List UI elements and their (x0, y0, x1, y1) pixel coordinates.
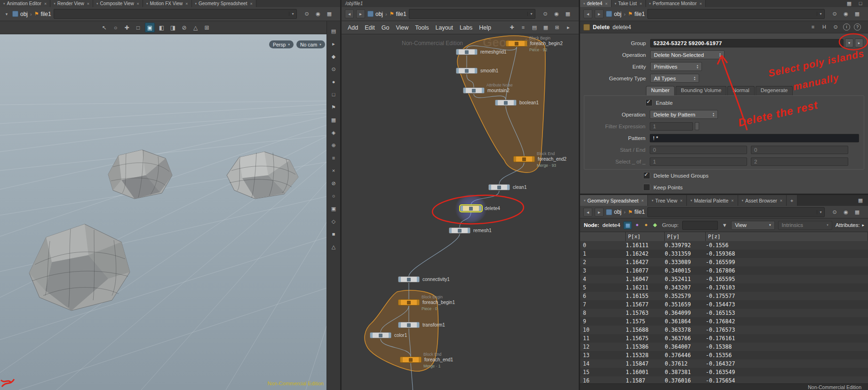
pane-tab-render-view[interactable]: ▾Render View× (50, 0, 93, 7)
follow-selection-icon[interactable]: ◉ (553, 10, 560, 17)
tab-degenerate[interactable]: Degenerate (756, 86, 793, 95)
pane-layout-icon[interactable]: ▤ (330, 28, 337, 35)
select-visible-icon[interactable]: □ (134, 23, 143, 32)
path-combo[interactable]: ▾ (647, 207, 825, 217)
enable-checkbox[interactable] (645, 99, 653, 106)
chevron-down-icon[interactable]: ▾ (527, 12, 535, 16)
customize-toolbar-icon[interactable]: ✚ (508, 24, 516, 31)
new-tab-icon[interactable]: ⊞ (553, 24, 561, 31)
grid-display-icon[interactable]: ▦ (330, 117, 337, 124)
parm-settings-icon[interactable]: ≡ (809, 23, 817, 31)
network-node-color1[interactable]: color1 (370, 332, 391, 338)
network-node-smooth1[interactable]: smooth1 (456, 68, 478, 74)
px-header[interactable]: P[x] (626, 232, 665, 241)
pivot-icon[interactable]: ● (330, 78, 337, 86)
forward-button[interactable]: ▸ (595, 9, 604, 18)
table-row[interactable]: 111.156750.363766-0.176161 (580, 334, 868, 343)
pin-icon[interactable]: ⊙ (303, 10, 311, 17)
maximize-pane-icon[interactable]: □ (857, 0, 864, 7)
table-row[interactable]: 71.156770.351659-0.154473 (580, 300, 868, 309)
table-row[interactable]: 31.160770.340015-0.167806 (580, 266, 868, 275)
path-combo[interactable]: ▾ (54, 9, 297, 19)
forward-button[interactable]: ▸ (356, 9, 365, 18)
pane-tab-geometry-spreadsheet[interactable]: ▾Geometry Spreadsheet× (580, 195, 648, 206)
pattern-operation-select[interactable]: Delete by Pattern▴▾ (650, 110, 718, 119)
entity-select[interactable]: Primitives▴▾ (650, 62, 702, 71)
menu-help[interactable]: Help (476, 24, 494, 31)
split-pane-icon[interactable]: ▦ (845, 0, 853, 7)
close-tab-icon[interactable]: × (700, 1, 702, 6)
select-connected-icon[interactable]: ◨ (168, 23, 177, 32)
lasso-select-icon[interactable]: ○ (111, 23, 120, 32)
point-display-icon[interactable]: ○ (330, 193, 337, 200)
shade-display-icon[interactable]: ■ (330, 231, 337, 238)
back-button[interactable]: ◂ (345, 9, 354, 18)
close-tab-icon[interactable]: × (780, 198, 782, 203)
follow-selection-icon[interactable]: ◉ (842, 209, 850, 216)
node-name-field[interactable]: delete4 (613, 24, 803, 31)
follow-selection-icon[interactable]: ◉ (314, 10, 322, 17)
detail-toggle-icon[interactable]: ◆ (651, 221, 659, 228)
flag-icon[interactable]: ⚑ (330, 104, 337, 111)
close-tab-icon[interactable]: × (680, 198, 683, 203)
attributes-button[interactable]: Attributes:▸ (836, 222, 864, 228)
select-fully-contained-icon[interactable]: ▣ (145, 23, 155, 32)
network-node-boolean1[interactable]: boolean1 (495, 100, 517, 106)
forward-button[interactable]: ▸ (595, 208, 604, 217)
breadcrumb-obj[interactable]: obj (12, 11, 28, 17)
expand-pane-icon[interactable]: ▸ (565, 24, 572, 31)
group-filter-input[interactable] (682, 221, 718, 230)
breadcrumb-file1[interactable]: ⚑file1 (390, 11, 406, 17)
tab-bounding-volume[interactable]: Bounding Volume (676, 86, 726, 95)
group-funnel-icon[interactable]: ▼ (721, 222, 728, 229)
secure-selection-icon[interactable]: △ (191, 23, 200, 32)
display-options-icon[interactable]: ▤ (531, 24, 538, 31)
persp-view-button[interactable]: Persp▾ (269, 40, 294, 48)
intrinsics-select[interactable]: Intrinsics▾ (778, 221, 832, 230)
table-row[interactable]: 121.153860.364007-0.15388 (580, 343, 868, 351)
table-row[interactable]: 11.162420.331359-0.159368 (580, 250, 868, 258)
table-row[interactable]: 91.15750.361864-0.176842 (580, 317, 868, 326)
box-display-icon[interactable]: □ (330, 91, 337, 98)
close-tool-icon[interactable]: × (330, 167, 337, 174)
layout-grid-icon[interactable]: ▦ (853, 209, 861, 216)
table-row[interactable]: 131.153280.376446-0.15356 (580, 351, 868, 359)
network-node-delete4[interactable]: delete4 (460, 205, 482, 211)
pane-tab-take-list[interactable]: ▾Take List× (612, 0, 646, 7)
table-row[interactable]: 101.156880.363378-0.176573 (580, 326, 868, 334)
points-toggle-icon[interactable]: ▦ (623, 221, 632, 229)
back-button[interactable]: ◂ (583, 208, 592, 217)
tab-normal[interactable]: Normal (727, 86, 754, 95)
snap-grid-icon[interactable]: ⊞ (202, 23, 211, 32)
network-node-foreach_begin1[interactable]: foreach_begin1Block BeginPiece · 0 (398, 299, 420, 305)
wire-display-icon[interactable]: ◇ (330, 218, 337, 225)
keep-points-checkbox[interactable] (643, 184, 650, 191)
pin-icon[interactable]: ⊙ (831, 10, 838, 17)
table-row[interactable]: 51.162110.343207-0.176103 (580, 283, 868, 292)
group-input[interactable]: 52324-53272 59200-61977 (650, 39, 844, 47)
table-row[interactable]: 161.15870.376016-0.175654 (580, 376, 868, 383)
menu-icon[interactable]: ≡ (330, 155, 337, 162)
menu-labs[interactable]: Labs (456, 24, 476, 31)
table-row[interactable]: 61.161550.352579-0.175577 (580, 292, 868, 300)
prim-display-icon[interactable]: ▣ (330, 205, 337, 212)
pattern-input[interactable]: ! * (650, 134, 859, 142)
layout-grid-icon[interactable]: ▦ (853, 10, 861, 17)
scene-viewport[interactable]: Persp▾ No cam▾ Non-Commercial Edition (0, 34, 326, 390)
tree-view-icon[interactable]: ≡ (519, 24, 527, 31)
pane-tab-delete4[interactable]: ▾delete4× (580, 0, 612, 7)
operation-select[interactable]: Delete Non-Selected▴▾ (650, 50, 725, 59)
network-pane-tab[interactable]: /obj/file1 (342, 0, 366, 7)
close-tab-icon[interactable]: × (44, 1, 47, 6)
geometry-type-select[interactable]: All Types▴▾ (650, 74, 699, 83)
select-groups-icon[interactable]: ◧ (157, 23, 166, 32)
material-icon[interactable]: ◈ (330, 129, 337, 136)
chevron-down-icon[interactable]: ▾ (289, 12, 296, 16)
path-combo[interactable]: ▾ (409, 9, 535, 19)
normal-display-icon[interactable]: △ (330, 243, 337, 250)
table-row[interactable]: 01.161110.339792-0.1556 (580, 241, 868, 250)
network-node-remesh1[interactable]: remesh1 (449, 227, 470, 234)
help-icon[interactable]: ? (854, 23, 861, 31)
pin-icon[interactable]: ⊙ (542, 10, 549, 17)
menu-view[interactable]: View (392, 24, 412, 31)
